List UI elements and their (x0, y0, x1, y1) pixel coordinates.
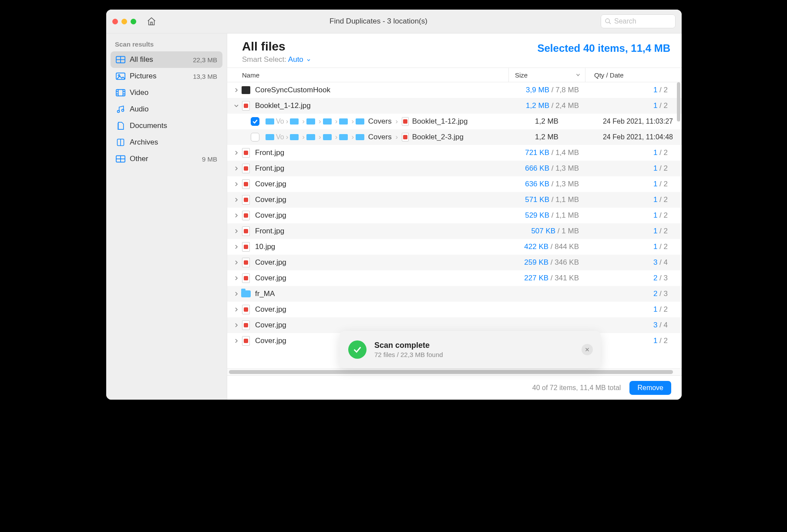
selected-summary: Selected 40 items, 11,4 MB (538, 40, 670, 54)
folder-icon (290, 134, 299, 140)
qty-cell: 1 / 2 (585, 164, 682, 173)
chevron-right-icon[interactable] (232, 338, 241, 343)
chevron-right-icon[interactable] (232, 260, 241, 265)
column-size[interactable]: Size (508, 68, 585, 82)
page-title: All files (242, 40, 312, 54)
checkbox[interactable] (251, 117, 259, 126)
other-icon (116, 155, 125, 163)
image-file-icon (242, 164, 250, 173)
size-cell: 227 KB / 341 KB (508, 274, 585, 283)
remove-button[interactable]: Remove (629, 381, 671, 395)
chevron-right-icon[interactable] (232, 276, 241, 281)
image-file-icon (242, 211, 250, 220)
svg-line-1 (609, 22, 611, 24)
chevron-right-icon[interactable] (232, 166, 241, 171)
qty-cell: 1 / 2 (585, 305, 682, 314)
chevron-right-icon[interactable] (232, 307, 241, 312)
window-title: Find Duplicates - 3 location(s) (156, 17, 601, 26)
sidebar-item-archives[interactable]: Archives (111, 134, 222, 151)
sidebar-item-size: 13,3 MB (193, 73, 217, 80)
sidebar-item-label: All files (130, 55, 188, 64)
zoom-window-button[interactable] (131, 19, 136, 24)
table-subrow[interactable]: Vo››››› Covers › Booklet_2-3.jpg1,2 MB24… (227, 129, 682, 145)
folder-icon (323, 118, 332, 125)
table-row[interactable]: Booklet_1-12.jpg1,2 MB / 2,4 MB1 / 2 (227, 98, 682, 114)
table-row[interactable]: Cover.jpg1 / 2 (227, 302, 682, 317)
close-window-button[interactable] (112, 19, 118, 24)
image-file-icon (242, 242, 250, 252)
sidebar-item-label: Documents (130, 121, 213, 130)
size-cell: 422 KB / 844 KB (508, 242, 585, 251)
file-name: Cover.jpg (255, 258, 508, 267)
image-file-icon (242, 336, 250, 346)
column-headers: Name Size Qty / Date (227, 67, 682, 82)
toast-subtitle: 72 files / 22,3 MB found (374, 351, 574, 358)
sidebar-item-other[interactable]: Other9 MB (111, 151, 222, 167)
file-name: 10.jpg (255, 242, 508, 251)
sidebar-item-size: 9 MB (202, 155, 217, 163)
search-icon (605, 18, 612, 25)
image-file-icon (242, 258, 250, 267)
table-row[interactable]: Cover.jpg529 KB / 1,1 MB1 / 2 (227, 208, 682, 223)
chevron-right-icon[interactable] (232, 323, 241, 328)
home-button[interactable] (147, 17, 156, 26)
file-name: fr_MA (255, 290, 508, 298)
qty-cell: 1 / 2 (585, 211, 682, 220)
chevron-right-icon[interactable] (232, 150, 241, 155)
sidebar: Scan results All files22,3 MBPictures13,… (106, 34, 227, 400)
column-name[interactable]: Name (242, 71, 508, 79)
footer-summary: 40 of 72 items, 11,4 MB total (532, 384, 621, 392)
minimize-window-button[interactable] (121, 19, 127, 24)
chevron-right-icon[interactable] (232, 182, 241, 187)
search-input[interactable]: Search (601, 14, 676, 28)
sidebar-item-video[interactable]: Video (111, 84, 222, 101)
table-row[interactable]: Front.jpg721 KB / 1,4 MB1 / 2 (227, 145, 682, 161)
sidebar-item-documents[interactable]: Documents (111, 118, 222, 134)
main-header: All files Smart Select: Auto Selected 40… (227, 34, 682, 67)
chevron-right-icon[interactable] (232, 213, 241, 218)
qty-cell: 1 / 2 (585, 195, 682, 204)
footer: 40 of 72 items, 11,4 MB total Remove (227, 375, 682, 400)
table-row[interactable]: 10.jpg422 KB / 844 KB1 / 2 (227, 239, 682, 255)
table-subrow[interactable]: Vo››››› Covers › Booklet_1-12.jpg1,2 MB2… (227, 114, 682, 129)
audio-icon (116, 105, 125, 113)
checkbox[interactable] (251, 133, 259, 141)
image-file-icon (242, 320, 250, 330)
qty-cell: 2 / 3 (585, 290, 682, 298)
chevron-right-icon[interactable] (232, 88, 241, 93)
chevron-right-icon[interactable] (232, 229, 241, 234)
folder-icon (241, 290, 251, 297)
file-name: Cover.jpg (255, 274, 508, 283)
vertical-scrollbar[interactable] (677, 82, 680, 121)
chevron-right-icon[interactable] (232, 244, 241, 249)
chevron-right-icon[interactable] (232, 291, 241, 296)
archive-icon (116, 138, 125, 146)
home-icon (147, 17, 156, 26)
file-path: Vo››››› Covers › Booklet_2-3.jpg (266, 133, 508, 142)
smart-select[interactable]: Smart Select: Auto (242, 55, 312, 64)
checkmark-icon (348, 340, 367, 359)
svg-point-14 (118, 111, 120, 113)
table-row[interactable]: Cover.jpg636 KB / 1,3 MB1 / 2 (227, 176, 682, 192)
table-row[interactable]: Front.jpg666 KB / 1,3 MB1 / 2 (227, 161, 682, 176)
sidebar-item-audio[interactable]: Audio (111, 101, 222, 118)
table-row[interactable]: Cover.jpg259 KB / 346 KB3 / 4 (227, 255, 682, 270)
size-cell: 259 KB / 346 KB (508, 258, 585, 267)
table-row[interactable]: Front.jpg507 KB / 1 MB1 / 2 (227, 223, 682, 239)
table-row[interactable]: Cover.jpg571 KB / 1,1 MB1 / 2 (227, 192, 682, 208)
file-name: Front.jpg (255, 164, 508, 173)
sidebar-item-pictures[interactable]: Pictures13,3 MB (111, 68, 222, 84)
chevron-right-icon[interactable] (232, 197, 241, 202)
image-file-icon (242, 148, 250, 158)
size-cell: 666 KB / 1,3 MB (508, 164, 585, 173)
toast-close-button[interactable] (582, 344, 593, 355)
table-row[interactable]: fr_MA2 / 3 (227, 286, 682, 302)
chevron-down-icon[interactable] (232, 103, 241, 108)
column-qty[interactable]: Qty / Date (585, 68, 682, 82)
folder-icon (323, 134, 332, 140)
horizontal-scrollbar[interactable] (229, 370, 673, 374)
table-row[interactable]: CoreSyncCustomHook3,9 MB / 7,8 MB1 / 2 (227, 82, 682, 98)
sidebar-item-all-files[interactable]: All files22,3 MB (111, 51, 222, 68)
grid-icon (116, 56, 125, 64)
table-row[interactable]: Cover.jpg227 KB / 341 KB2 / 3 (227, 270, 682, 286)
